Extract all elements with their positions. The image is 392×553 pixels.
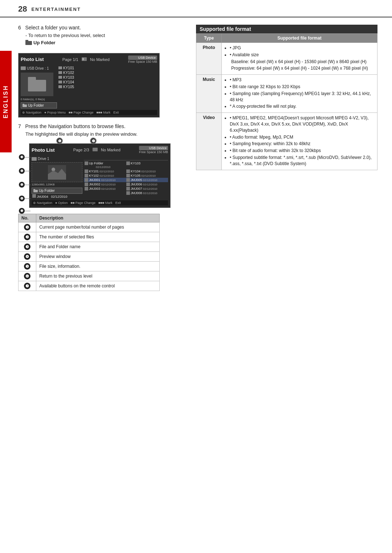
desc-table-header-no: No. bbox=[19, 214, 36, 222]
step-7: 7 Press the Navigation buttons to browse… bbox=[18, 123, 185, 138]
file-icon bbox=[126, 161, 130, 165]
format-table: Type Supported file format Photo • JPG •… bbox=[196, 33, 377, 170]
usb-icon-2 bbox=[32, 157, 37, 161]
desc-row-2: ❷ The number of selected files bbox=[19, 232, 160, 242]
preview-area bbox=[32, 162, 82, 182]
desc-text-6: Return to the previous level bbox=[36, 271, 160, 281]
svg-rect-8 bbox=[23, 104, 24, 105]
photo-fmt-3: Baseline: 64 pixel (W) x 64 pixel (H) - … bbox=[230, 59, 374, 65]
svg-rect-3 bbox=[82, 58, 84, 60]
left-column: 6 Select a folder you want. - To return … bbox=[18, 25, 185, 291]
file-icon bbox=[85, 169, 88, 173]
pl2-left: Drive 1 1280x960, 129KB bbox=[32, 156, 82, 199]
desc-no-4: ❹ bbox=[19, 252, 36, 262]
file-icon bbox=[126, 183, 130, 186]
file-icon bbox=[126, 169, 130, 173]
photo-fmt-4: Progressive: 64 pixel (W) x 64 pixel (H)… bbox=[230, 65, 374, 71]
svg-rect-4 bbox=[21, 66, 26, 70]
file-row-7: JMJ008 02/12/2010 bbox=[84, 191, 168, 195]
desc-no-5: ❺ bbox=[19, 262, 36, 271]
folder-row-ky102: KY102 bbox=[58, 70, 157, 75]
photo-list-1: Photo List Page 1/1 No Marked USB Device… bbox=[18, 53, 160, 118]
video-format-list: • MPEG1, MPEG2, MPEG4(Doesn't support Mi… bbox=[225, 115, 374, 167]
desc-no-2: ❷ bbox=[19, 232, 36, 242]
description-table: No. Description ❶ Current page number/to… bbox=[18, 214, 160, 291]
folder-icon bbox=[25, 40, 32, 45]
file-icon bbox=[85, 161, 88, 165]
usb-badge: USB Device bbox=[128, 56, 157, 60]
desc-no-3: ❸ bbox=[19, 242, 36, 252]
supported-file-format-title: Supported file format bbox=[196, 25, 377, 33]
file-icon bbox=[85, 178, 88, 182]
svg-rect-15 bbox=[32, 194, 36, 198]
desc-no-1: ❶ bbox=[19, 222, 36, 232]
folder-row-ky103: KY103 bbox=[58, 75, 157, 80]
folder-large-icon bbox=[28, 77, 46, 91]
folder-box bbox=[58, 81, 62, 83]
desc-table-header-desc: Description bbox=[36, 214, 160, 222]
up-folder-icon-2 bbox=[33, 189, 38, 192]
file-icon bbox=[85, 183, 88, 186]
up-folder-row-2: Up Folder bbox=[32, 188, 82, 194]
step-7-number: 7 Press the Navigation buttons to browse… bbox=[18, 123, 185, 129]
svg-rect-9 bbox=[93, 148, 98, 151]
file-icon bbox=[126, 178, 130, 182]
page-header: 28 ENTERTAINMENT bbox=[0, 0, 392, 17]
desc-text-2: The number of selected files bbox=[36, 232, 160, 242]
format-row-photo: Photo • JPG • Available size Baseline: 6… bbox=[196, 43, 377, 75]
image-preview-1 bbox=[21, 73, 53, 96]
photo-list-2-page: Page 2/3 No Marked bbox=[73, 148, 121, 152]
photo-list-1-page: Page 1/1 No Marked bbox=[62, 57, 110, 62]
video-fmt-3: • Sampling frequency: within 32k to 48kh… bbox=[230, 141, 374, 147]
photo-format-list: • JPG • Available size Baseline: 64 pixe… bbox=[225, 45, 374, 71]
music-fmt-4: * A copy-protected file will not play. bbox=[230, 103, 374, 110]
file-icon bbox=[85, 174, 88, 177]
sd-icon bbox=[82, 57, 87, 61]
lc-4: ❹ bbox=[19, 168, 30, 174]
folder-box bbox=[58, 76, 62, 79]
desc-text-7: Available buttons on the remote control bbox=[36, 281, 160, 291]
up-folder-label: Up Folder bbox=[33, 39, 56, 46]
callout-1: ❶ bbox=[56, 138, 63, 144]
top-callouts: ❶ ❷ bbox=[56, 138, 97, 144]
svg-rect-6 bbox=[28, 77, 36, 81]
lc-5: ❺ bbox=[19, 182, 30, 188]
photo-list-1-title: Photo List bbox=[21, 57, 44, 62]
folder-box bbox=[58, 71, 62, 74]
desc-row-1: ❶ Current page number/total number of pa… bbox=[19, 222, 160, 232]
format-header-type: Type bbox=[196, 34, 222, 43]
video-fmt-2: • Audio format: Mpeg, Mp3, PCM bbox=[230, 134, 374, 140]
file-icon bbox=[126, 174, 130, 177]
desc-text-4: Preview window bbox=[36, 252, 160, 262]
lc-6: ❻ bbox=[19, 196, 30, 201]
folder-count: 0 folder(s), 0 file(s) bbox=[21, 98, 57, 101]
desc-row-6: ❻ Return to the previous level bbox=[19, 271, 160, 281]
drive-item: USB Drive : 1 bbox=[21, 66, 57, 71]
video-fmt-4: • Bit rate of audio format: within 32k t… bbox=[230, 148, 374, 154]
file-row-1: Up Folder KY103 bbox=[84, 161, 168, 165]
left-panel-1: USB Drive : 1 0 folder(s), 0 file(s) Up … bbox=[21, 66, 57, 108]
step-6-text: Select a folder you want. bbox=[25, 25, 81, 30]
desc-no-7: ❼ bbox=[19, 281, 36, 291]
file-icon bbox=[85, 187, 88, 191]
up-folder-icon bbox=[23, 104, 27, 107]
up-folder-ref: Up Folder bbox=[25, 39, 56, 46]
photo-fmt-1: • JPG bbox=[230, 45, 374, 51]
format-row-video: Video • MPEG1, MPEG2, MPEG4(Doesn't supp… bbox=[196, 113, 377, 170]
sd-icon-2 bbox=[93, 148, 98, 151]
file-icon bbox=[126, 187, 130, 191]
date-row-1: 02/12/2010 bbox=[84, 165, 168, 169]
file-size-info: 1280x960, 129KB bbox=[32, 183, 82, 186]
side-tab-text: ENGLISH bbox=[3, 85, 9, 118]
photo-list-2-header: Photo List Page 2/3 No Marked USB Device… bbox=[32, 146, 168, 154]
step-7-text: Press the Navigation buttons to browse f… bbox=[25, 123, 125, 129]
format-details-photo: • JPG • Available size Baseline: 64 pixe… bbox=[222, 43, 377, 75]
free-space-2: Free Space 150 MB bbox=[139, 150, 168, 154]
photo-list-2-content: Drive 1 1280x960, 129KB bbox=[32, 156, 168, 199]
right-panel-1: KY101 KY102 KY103 KY104 bbox=[58, 66, 157, 108]
side-tab: ENGLISH bbox=[0, 51, 12, 152]
folder-box bbox=[58, 66, 62, 69]
page-number: 28 bbox=[18, 4, 27, 14]
left-callouts: ❸ ❹ ❺ ❻ ❼ bbox=[19, 154, 30, 214]
svg-rect-1 bbox=[25, 40, 28, 42]
